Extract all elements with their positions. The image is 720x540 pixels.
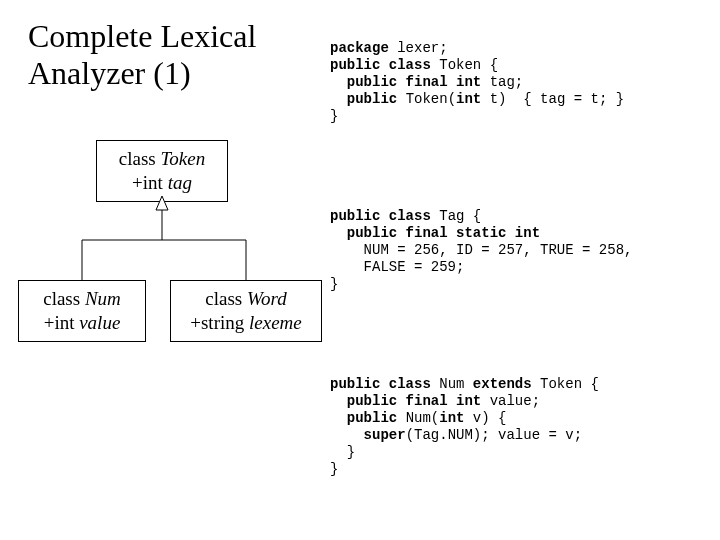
code-gap [330,327,710,341]
field-prefix: + [190,312,201,333]
field-prefix: + [44,312,55,333]
field-name: value [79,312,120,333]
field-prefix: + [132,172,143,193]
code-column: package lexer; public class Token { publ… [330,6,710,540]
field-name: tag [168,172,192,193]
code-block-tag: public class Tag { public final static i… [330,208,710,293]
class-name: Token [160,148,205,169]
uml-class-word-header: class Word [181,287,311,311]
class-keyword: class [205,288,242,309]
uml-class-token-field: +int tag [107,171,217,195]
class-keyword: class [43,288,80,309]
field-type: int [54,312,74,333]
uml-class-num-header: class Num [29,287,135,311]
code-gap [330,160,710,174]
class-name: Word [247,288,287,309]
field-type: int [143,172,163,193]
slide-title: Complete Lexical Analyzer (1) [28,18,328,92]
class-keyword: class [119,148,156,169]
field-type: string [201,312,244,333]
code-gap [330,512,710,526]
uml-class-token: class Token +int tag [96,140,228,202]
field-name: lexeme [249,312,302,333]
uml-class-word-field: +string lexeme [181,311,311,335]
uml-class-token-header: class Token [107,147,217,171]
class-name: Num [85,288,121,309]
code-block-token: package lexer; public class Token { publ… [330,40,710,125]
uml-class-num: class Num +int value [18,280,146,342]
uml-class-num-field: +int value [29,311,135,335]
code-block-num: public class Num extends Token { public … [330,376,710,478]
uml-class-word: class Word +string lexeme [170,280,322,342]
